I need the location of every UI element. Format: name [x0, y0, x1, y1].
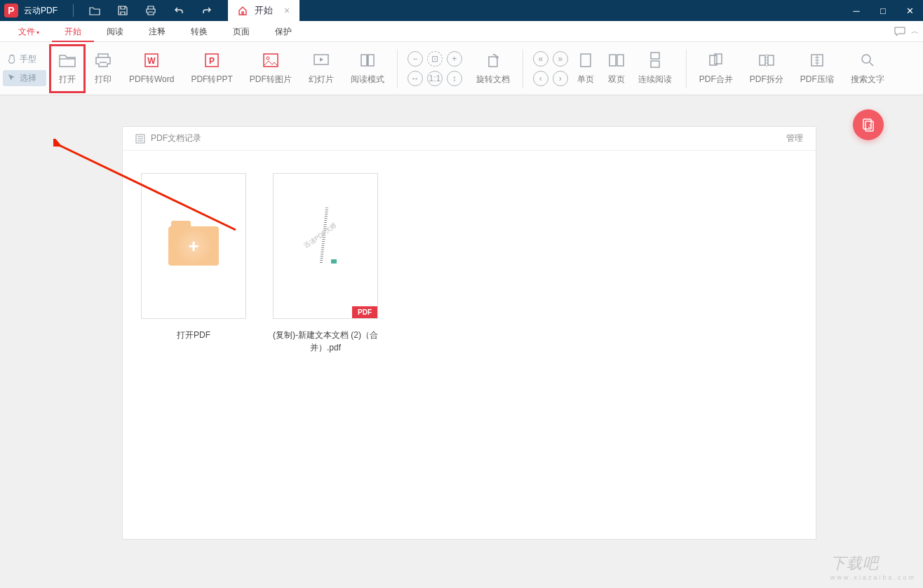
merge-icon: [707, 51, 725, 69]
hand-tool[interactable]: 手型: [3, 51, 46, 67]
floating-action-button[interactable]: [853, 109, 884, 140]
minimize-button[interactable]: ─: [843, 0, 870, 21]
open-folder-icon[interactable]: [88, 4, 102, 18]
content-area: PDF文档记录 管理 打开PDF 迅读PDF大师 PDF (复制)-新建文本文档…: [0, 95, 923, 588]
rotate-button[interactable]: 旋转文档: [468, 44, 518, 93]
close-icon[interactable]: ×: [284, 5, 290, 16]
next-page-button[interactable]: ›: [553, 71, 568, 86]
collapse-ribbon-icon[interactable]: ︿: [911, 26, 919, 36]
select-tool[interactable]: 选择: [3, 70, 46, 86]
printer-icon: [94, 51, 112, 69]
list-icon: [135, 134, 145, 144]
first-page-button[interactable]: «: [533, 51, 548, 67]
maximize-button[interactable]: □: [870, 0, 896, 21]
fit-width-button[interactable]: ↔: [407, 71, 423, 86]
open-button[interactable]: 打开: [49, 44, 86, 93]
svg-rect-15: [760, 55, 765, 65]
menu-protect[interactable]: 保护: [262, 21, 304, 42]
zoom-group: − ⊡ + ↔ 1:1 ↕: [402, 51, 468, 86]
book-icon: [358, 51, 377, 69]
svg-rect-10: [617, 55, 624, 66]
feedback-icon[interactable]: [894, 27, 905, 36]
actual-size-button[interactable]: 1:1: [427, 71, 443, 86]
fit-page-button[interactable]: ⊡: [427, 51, 443, 67]
continuous-button[interactable]: 连续阅读: [634, 44, 676, 93]
compress-button[interactable]: PDF压缩: [792, 44, 842, 93]
single-page-button[interactable]: 单页: [572, 44, 599, 93]
read-mode-button[interactable]: 阅读模式: [342, 44, 393, 93]
word-icon: W: [142, 51, 161, 69]
recent-panel: PDF文档记录 管理 打开PDF 迅读PDF大师 PDF (复制)-新建文本文档…: [122, 126, 816, 540]
slideshow-button[interactable]: 幻灯片: [300, 44, 342, 93]
recent-doc-label: (复制)-新建文本文档 (2)（合并）.pdf: [273, 329, 378, 354]
divider: [73, 4, 74, 17]
menu-read[interactable]: 阅读: [94, 21, 136, 42]
zoom-in-button[interactable]: +: [447, 51, 462, 67]
svg-rect-22: [865, 121, 873, 131]
app-name: 云动PDF: [24, 5, 58, 17]
open-card-label: 打开PDF: [177, 329, 210, 341]
hand-tool-label: 手型: [20, 53, 36, 65]
watermark: 下载吧 www.xiazaiba.com: [830, 553, 916, 581]
open-file-icon: [58, 51, 76, 69]
menu-annotate[interactable]: 注释: [136, 21, 178, 42]
double-page-icon: [607, 51, 626, 69]
ppt-icon: P: [203, 51, 221, 69]
menu-convert[interactable]: 转换: [178, 21, 220, 42]
fit-height-button[interactable]: ↕: [447, 71, 462, 86]
folder-plus-icon: [168, 226, 219, 266]
search-button[interactable]: 搜索文字: [842, 44, 893, 93]
select-tool-label: 选择: [20, 72, 36, 84]
compress-icon: [808, 51, 826, 69]
svg-rect-11: [651, 53, 659, 59]
open-pdf-card[interactable]: 打开PDF: [140, 173, 248, 354]
manage-link[interactable]: 管理: [786, 132, 803, 144]
svg-rect-8: [581, 54, 591, 67]
svg-point-5: [267, 57, 269, 60]
ribbon: 手型 选择 打开 打印 W PDF转Word P PDF转PPT PDF转图片 …: [0, 42, 923, 95]
zoom-out-button[interactable]: −: [407, 51, 423, 67]
image-icon: [262, 51, 280, 69]
merge-button[interactable]: PDF合并: [691, 44, 741, 93]
svg-text:W: W: [148, 56, 156, 66]
svg-text:P: P: [209, 56, 215, 66]
undo-icon[interactable]: [172, 4, 186, 18]
rotate-icon: [484, 51, 502, 69]
print-icon[interactable]: [144, 4, 158, 18]
svg-rect-16: [768, 55, 774, 65]
menubar: 文件 开始 阅读 注释 转换 页面 保护 ︿: [0, 21, 923, 42]
slideshow-icon: [312, 51, 330, 69]
single-page-icon: [577, 51, 595, 69]
thumb-watermark: 迅读PDF大师: [302, 221, 339, 251]
pdf-to-word-button[interactable]: W PDF转Word: [121, 44, 182, 93]
split-button[interactable]: PDF拆分: [741, 44, 792, 93]
separator: [397, 49, 398, 88]
recent-doc-card[interactable]: 迅读PDF大师 PDF (复制)-新建文本文档 (2)（合并）.pdf: [271, 173, 379, 354]
redo-icon[interactable]: [200, 4, 214, 18]
home-icon: [238, 6, 248, 15]
save-icon[interactable]: [116, 4, 130, 18]
pdf-to-image-button[interactable]: PDF转图片: [241, 44, 300, 93]
panel-title: PDF文档记录: [151, 132, 201, 144]
svg-rect-9: [609, 55, 616, 66]
pdf-to-ppt-button[interactable]: P PDF转PPT: [182, 44, 241, 93]
print-button[interactable]: 打印: [86, 44, 121, 93]
tab-label: 开始: [255, 4, 273, 17]
close-button[interactable]: ✕: [896, 0, 923, 21]
separator: [686, 49, 687, 88]
tab-start[interactable]: 开始 ×: [228, 0, 299, 21]
continuous-icon: [646, 51, 664, 69]
menu-page[interactable]: 页面: [220, 21, 262, 42]
svg-rect-12: [651, 61, 659, 67]
titlebar: P 云动PDF 开始 × ─ □ ✕: [0, 0, 923, 21]
separator: [523, 49, 523, 88]
menu-file[interactable]: 文件: [6, 21, 52, 42]
search-icon: [858, 51, 877, 69]
menu-start[interactable]: 开始: [52, 21, 94, 42]
pdf-badge: PDF: [352, 306, 377, 318]
svg-point-18: [862, 55, 870, 63]
prev-page-button[interactable]: ‹: [533, 71, 548, 86]
double-page-button[interactable]: 双页: [603, 44, 630, 93]
last-page-button[interactable]: »: [553, 51, 568, 67]
svg-rect-4: [264, 54, 278, 67]
